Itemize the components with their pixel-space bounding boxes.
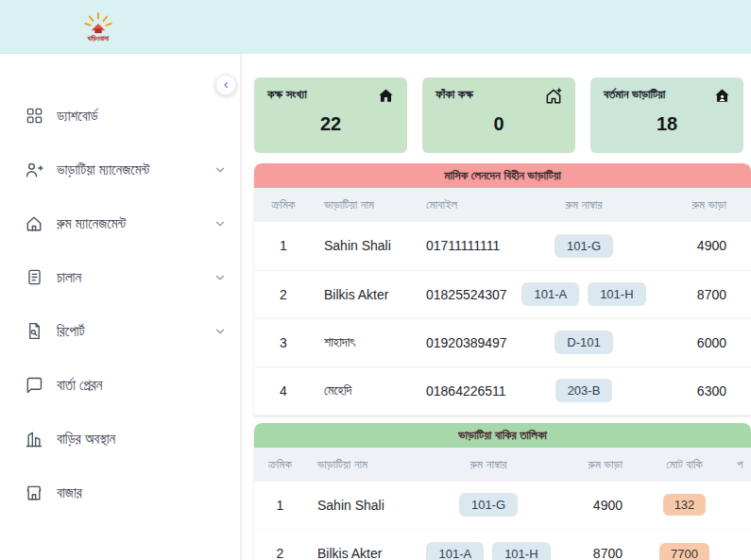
total-due-badge: 132 — [663, 494, 707, 516]
chevron-down-icon — [213, 163, 227, 177]
sidebar-item-label: ভাড়াটিয়া ম্যানেজমেন্ট — [57, 161, 213, 178]
room-badges: 101-A101-H — [521, 282, 645, 306]
home-icon — [377, 87, 395, 109]
dues-table: ক্রমিকভাড়াটিয়া নামরুম নাম্বাররুম ভাড়া… — [254, 448, 751, 560]
room-badges: 101-A101-H — [426, 542, 550, 560]
dues-table-wrap: ক্রমিকভাড়াটিয়া নামরুম নাম্বাররুম ভাড়া… — [254, 448, 751, 560]
stat-card-label: বর্তমান ভাড়াটিয়া — [604, 87, 730, 102]
table-row: 3শাহাদাৎ01920389497D-1016000 — [254, 318, 751, 366]
mobile-cell: 01864226511 — [418, 366, 513, 415]
tenant-name-cell: Bilkis Akter — [306, 530, 418, 560]
sidebar-item-market[interactable]: বাজার — [0, 466, 240, 519]
stat-card-label: ফাঁকা কক্ষ — [435, 87, 562, 102]
room-rent-cell: 8700 — [655, 270, 751, 318]
app-logo[interactable]: বাড়িওয়ালা — [81, 11, 115, 42]
tenant-name-cell: Sahin Shali — [306, 482, 418, 530]
sidebar-item-dashboard[interactable]: ড্যাশবোর্ড — [0, 89, 240, 143]
table-row: 1Sahin Shali01711111111101-G4900 — [254, 222, 751, 270]
room-number-cell: 101-A101-H — [418, 530, 559, 560]
sidebar-item-label: বার্তা প্রেরন — [57, 377, 227, 394]
serial-cell: 3 — [254, 318, 313, 366]
sidebar-item-house-location[interactable]: বাড়ির অবস্থান — [0, 412, 240, 466]
room-number-cell: 203-B — [513, 366, 655, 415]
report-icon — [25, 322, 43, 341]
sidebar-item-room-management[interactable]: রুম ম্যানেজমেন্ট — [0, 196, 240, 250]
stat-card-empty-rooms: ফাঁকা কক্ষ0 — [422, 77, 575, 153]
room-badges: D-101 — [555, 331, 612, 354]
main-content: কক্ষ সংখ্যা22ফাঁকা কক্ষ0বর্তমান ভাড়াটিয… — [241, 54, 751, 560]
column-header: রুম ভাড়া — [655, 188, 751, 222]
sidebar: ড্যাশবোর্ডভাড়াটিয়া ম্যানেজমেন্টরুম ম্য… — [0, 54, 241, 560]
column-header: মোবাইল — [418, 188, 513, 222]
column-header: ক্রমিক — [254, 448, 306, 482]
total-due-cell: 132 — [640, 482, 729, 530]
sidebar-item-label: বাজার — [57, 484, 227, 501]
room-rent-cell: 8700 — [559, 530, 640, 560]
room-number-cell: 101-G — [418, 482, 559, 530]
room-number-badge: 101-A — [521, 282, 579, 306]
room-rent-cell: 6300 — [655, 366, 751, 415]
column-header: রুম নাম্বার — [513, 188, 655, 222]
mobile-cell: 01920389497 — [418, 318, 513, 366]
room-badges: 101-G — [459, 493, 518, 517]
sidebar-item-send-message[interactable]: বার্তা প্রেরন — [0, 358, 240, 412]
logo-text: বাড়িওয়ালা — [88, 35, 109, 42]
sidebar-item-tenant-management[interactable]: ভাড়াটিয়া ম্যানেজমেন্ট — [0, 143, 240, 196]
dues-panel: ভাড়াটিয়া বাকির তালিকা ক্রমিকভাড়াটিয়া… — [254, 423, 751, 560]
chevron-down-icon — [213, 217, 227, 230]
stat-card-value: 18 — [604, 113, 730, 135]
column-header: ভাড়াটিয়া নাম — [306, 448, 418, 482]
stat-card-label: কক্ষ সংখ্যা — [267, 87, 394, 102]
tenant-name-cell: Bilkis Akter — [313, 270, 418, 318]
chevron-down-icon — [213, 325, 227, 338]
room-badges: 101-G — [555, 234, 613, 258]
column-header: রুম ভাড়া — [559, 448, 640, 482]
sidebar-item-invoice[interactable]: চালান — [0, 250, 240, 304]
table-row: 2Bilkis Akter01825524307101-A101-H8700 — [254, 270, 751, 318]
action-cell — [729, 482, 751, 530]
no-transaction-table-wrap: ক্রমিকভাড়াটিয়া নামমোবাইলরুম নাম্বাররুম… — [254, 188, 751, 416]
sidebar-item-label: রুম ম্যানেজমেন্ট — [57, 215, 213, 232]
column-header: প — [729, 448, 751, 482]
no-transaction-table: ক্রমিকভাড়াটিয়া নামমোবাইলরুম নাম্বাররুম… — [254, 188, 751, 416]
serial-cell: 1 — [254, 482, 306, 530]
table-row: 4মেহেদি01864226511203-B6300 — [254, 366, 751, 415]
stat-card-value: 22 — [267, 113, 394, 135]
app-root: বাড়িওয়ালা ড্যাশবোর্ডভাড়াটিয়া ম্যানেজ… — [0, 0, 751, 560]
room-icon — [25, 214, 43, 233]
sidebar-item-label: ড্যাশবোর্ড — [57, 108, 227, 125]
room-rent-cell: 6000 — [655, 318, 751, 366]
room-rent-cell: 4900 — [559, 482, 640, 530]
column-header: মোট বাকি — [640, 448, 729, 482]
table-header-row: ক্রমিকভাড়াটিয়া নামরুম নাম্বাররুম ভাড়া… — [254, 448, 751, 482]
home-plus-icon — [544, 87, 563, 110]
action-cell — [729, 530, 751, 560]
sidebar-item-report[interactable]: রিপোর্ট — [0, 304, 240, 358]
sidebar-nav: ড্যাশবোর্ডভাড়াটিয়া ম্যানেজমেন্টরুম ম্য… — [0, 54, 240, 519]
sidebar-item-label: বাড়ির অবস্থান — [57, 431, 227, 448]
sidebar-collapse-button[interactable]: ‹ — [215, 75, 236, 95]
tenant-name-cell: মেহেদি — [313, 366, 418, 415]
stat-card-total-rooms: কক্ষ সংখ্যা22 — [254, 77, 407, 153]
message-icon — [25, 376, 43, 395]
mobile-cell: 01825524307 — [418, 270, 513, 318]
invoice-icon — [25, 268, 43, 287]
table-row: 2Bilkis Akter101-A101-H87007700 — [254, 530, 751, 560]
tenant-name-cell: Sahin Shali — [313, 222, 418, 270]
room-number-cell: D-101 — [513, 318, 655, 366]
total-due-cell: 7700 — [640, 530, 729, 560]
room-number-badge: 101-A — [426, 542, 484, 560]
market-icon — [25, 484, 43, 502]
room-badges: 203-B — [555, 379, 613, 402]
mobile-cell: 01711111111 — [418, 222, 513, 270]
stat-card-value: 0 — [435, 113, 562, 135]
location-icon — [25, 430, 43, 449]
serial-cell: 2 — [254, 530, 306, 560]
layout: ড্যাশবোর্ডভাড়াটিয়া ম্যানেজমেন্টরুম ম্য… — [0, 54, 751, 560]
room-rent-cell: 4900 — [655, 222, 751, 270]
room-number-badge: 101-H — [492, 542, 550, 560]
stats-row: কক্ষ সংখ্যা22ফাঁকা কক্ষ0বর্তমান ভাড়াটিয… — [254, 77, 743, 153]
tenant-name-cell: শাহাদাৎ — [313, 318, 418, 366]
no-transaction-panel: মাসিক লেনদেন বিহীন ভাড়াটিয়া ক্রমিকভাড়… — [254, 163, 751, 416]
table-header-row: ক্রমিকভাড়াটিয়া নামমোবাইলরুম নাম্বাররুম… — [254, 188, 751, 222]
